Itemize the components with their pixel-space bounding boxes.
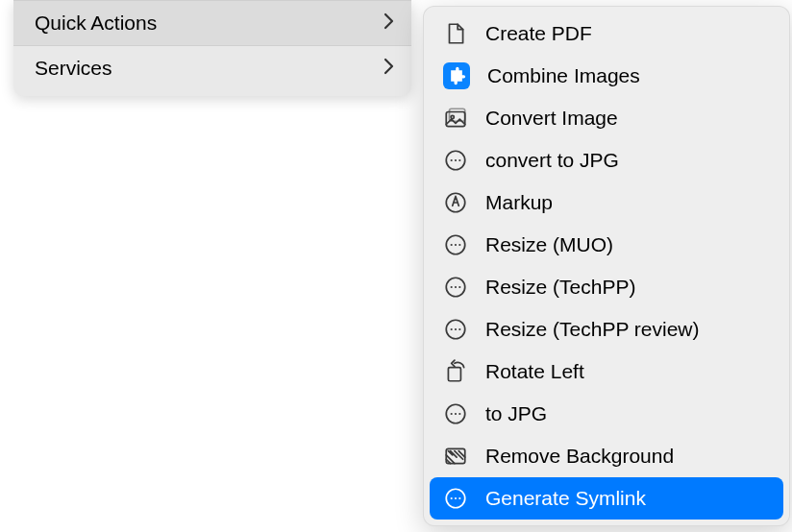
svg-rect-20 (448, 368, 460, 381)
submenu-item-combine-images[interactable]: Combine Images (430, 55, 783, 97)
ellipsis-circle-icon (443, 317, 468, 342)
submenu-item-remove-background[interactable]: Remove Background (430, 435, 783, 477)
submenu-item-label: Resize (TechPP) (485, 276, 635, 299)
submenu-item-label: Combine Images (487, 64, 640, 87)
submenu-item-label: to JPG (485, 402, 547, 425)
remove-bg-icon (443, 444, 468, 469)
submenu-item-convert-image[interactable]: Convert Image (430, 97, 783, 139)
svg-point-11 (458, 244, 460, 246)
markup-icon (443, 190, 468, 215)
menu-item-label: Quick Actions (35, 12, 157, 35)
ellipsis-circle-icon (443, 401, 468, 426)
rotate-left-icon (443, 359, 468, 384)
submenu-item-create-pdf[interactable]: Create PDF (430, 12, 783, 55)
svg-point-15 (458, 286, 460, 288)
submenu-item-label: Resize (MUO) (485, 233, 613, 256)
svg-point-18 (455, 328, 457, 330)
svg-point-13 (451, 286, 453, 288)
svg-point-22 (451, 413, 453, 415)
svg-point-14 (455, 286, 457, 288)
submenu-item-resize-muo[interactable]: Resize (MUO) (430, 224, 783, 266)
svg-point-5 (455, 159, 457, 161)
submenu-item-label: Resize (TechPP review) (485, 318, 700, 341)
svg-point-24 (458, 413, 460, 415)
menu-item-quick-actions[interactable]: Quick Actions (13, 1, 411, 45)
file-icon (443, 21, 468, 46)
submenu-item-resize-techpp-review[interactable]: Resize (TechPP review) (430, 308, 783, 351)
svg-point-9 (451, 244, 453, 246)
chevron-right-icon (384, 12, 394, 35)
ellipsis-circle-icon (443, 486, 468, 511)
submenu-item-label: Rotate Left (485, 360, 584, 383)
svg-point-2 (451, 115, 454, 118)
svg-point-28 (455, 497, 457, 499)
submenu-item-to-jpg[interactable]: to JPG (430, 393, 783, 435)
submenu-item-markup[interactable]: Markup (430, 181, 783, 224)
svg-point-29 (458, 497, 460, 499)
submenu-item-rotate-left[interactable]: Rotate Left (430, 351, 783, 393)
menu-item-label: Services (35, 57, 112, 80)
submenu-item-generate-symlink[interactable]: Generate Symlink (430, 477, 783, 520)
ellipsis-circle-icon (443, 275, 468, 300)
photo-icon (443, 106, 468, 131)
menu-item-services[interactable]: Services (13, 46, 411, 90)
submenu-item-label: Remove Background (485, 445, 674, 468)
quick-actions-submenu: Create PDF Combine Images Convert Image … (423, 6, 790, 526)
svg-point-19 (458, 328, 460, 330)
svg-point-4 (451, 159, 453, 161)
submenu-item-label: convert to JPG (485, 149, 619, 172)
ellipsis-circle-icon (443, 148, 468, 173)
submenu-item-resize-techpp[interactable]: Resize (TechPP) (430, 266, 783, 308)
context-menu: Quick Actions Services (13, 0, 411, 96)
submenu-item-label: Generate Symlink (485, 487, 646, 510)
puzzle-icon (443, 62, 470, 89)
submenu-item-convert-to-jpg[interactable]: convert to JPG (430, 139, 783, 181)
svg-point-27 (451, 497, 453, 499)
ellipsis-circle-icon (443, 232, 468, 257)
svg-point-23 (455, 413, 457, 415)
submenu-item-label: Markup (485, 191, 553, 214)
chevron-right-icon (384, 57, 394, 80)
svg-point-10 (455, 244, 457, 246)
svg-point-17 (451, 328, 453, 330)
submenu-item-label: Create PDF (485, 22, 592, 45)
svg-point-6 (458, 159, 460, 161)
submenu-item-label: Convert Image (485, 107, 618, 130)
